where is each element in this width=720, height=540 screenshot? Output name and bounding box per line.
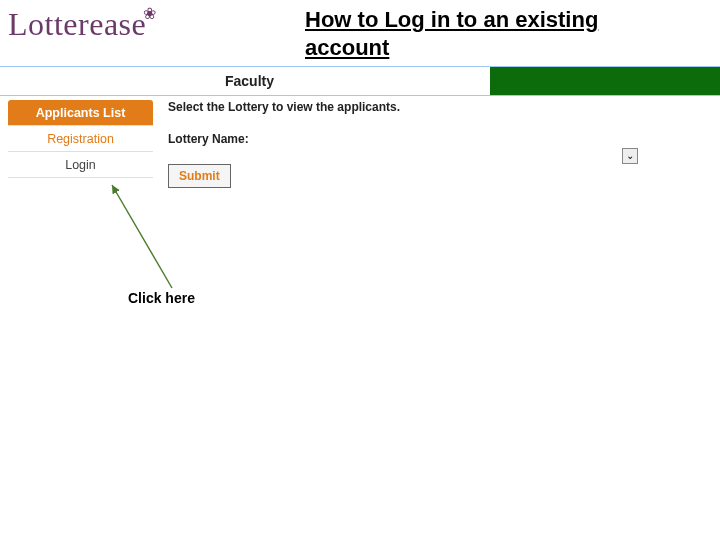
flower-icon: ❀ [143, 4, 157, 23]
instruction-text: Select the Lottery to view the applicant… [168, 100, 668, 114]
svg-line-0 [112, 185, 172, 288]
click-here-label: Click here [128, 290, 195, 306]
header-bar: Faculty [0, 66, 720, 96]
sidebar-item-login[interactable]: Login [8, 152, 153, 178]
sidebar-item-applicants[interactable]: Applicants List [8, 100, 153, 126]
header-bar-right [490, 67, 720, 95]
page-title: How to Log in to an existing account [305, 6, 625, 61]
logo-text: Lotterease [8, 6, 146, 42]
lottery-label: Lottery Name: [168, 132, 268, 146]
logo: Lotterease❀ [8, 6, 157, 43]
main-content: Select the Lottery to view the applicant… [168, 100, 668, 188]
header-bar-label: Faculty [225, 73, 274, 89]
sidebar: Applicants List Registration Login [8, 100, 153, 178]
submit-button[interactable]: Submit [168, 164, 231, 188]
lottery-dropdown[interactable]: ⌄ [622, 148, 638, 164]
sidebar-item-registration[interactable]: Registration [8, 126, 153, 152]
lottery-row: Lottery Name: [168, 132, 668, 146]
